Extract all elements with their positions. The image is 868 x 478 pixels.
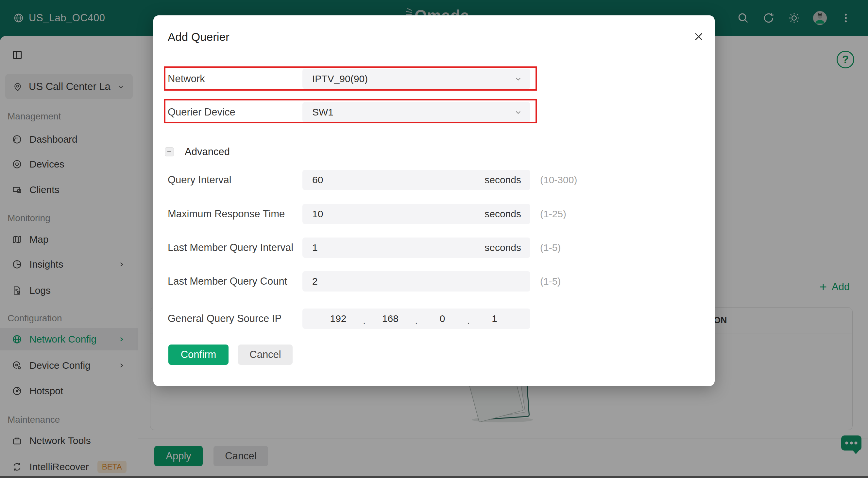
range-hint: (10-300) <box>540 170 577 190</box>
unit-suffix: seconds <box>485 242 521 253</box>
general-query-source-ip-input[interactable]: 192 . 168 . 0 . 1 <box>302 308 530 329</box>
last-member-query-interval-input[interactable]: 1 seconds <box>302 238 530 258</box>
general-query-source-ip-label: General Query Source IP <box>168 308 281 329</box>
collapse-minus-icon[interactable] <box>165 147 174 156</box>
range-hint: (1-5) <box>540 238 561 258</box>
advanced-label: Advanced <box>185 146 230 158</box>
network-select[interactable]: IPTV_90(90) <box>302 69 530 89</box>
network-select-value: IPTV_90(90) <box>312 73 368 84</box>
confirm-button[interactable]: Confirm <box>168 345 228 365</box>
last-member-query-count-input[interactable]: 2 <box>302 271 530 292</box>
chevron-down-icon <box>513 107 523 117</box>
ip-separator: . <box>465 315 472 326</box>
last-member-query-interval-value: 1 <box>312 242 318 253</box>
query-interval-input[interactable]: 60 seconds <box>302 170 530 190</box>
query-interval-label: Query Interval <box>168 170 231 190</box>
last-member-query-count-label: Last Member Query Count <box>168 271 287 292</box>
unit-suffix: seconds <box>485 174 521 185</box>
last-member-query-count-value: 2 <box>312 276 318 287</box>
chevron-down-icon <box>513 74 523 84</box>
querier-device-select-value: SW1 <box>312 107 334 118</box>
modal-cancel-button[interactable]: Cancel <box>238 345 292 365</box>
ip-octet-4[interactable]: 1 <box>472 313 517 324</box>
max-response-time-input[interactable]: 10 seconds <box>302 204 530 224</box>
range-hint: (1-25) <box>540 204 566 224</box>
add-querier-modal: Add Querier Network IPTV_90(90) Querier … <box>153 16 715 386</box>
query-interval-value: 60 <box>312 174 323 185</box>
ip-octet-3[interactable]: 0 <box>420 313 465 324</box>
range-hint: (1-5) <box>540 271 561 292</box>
network-label: Network <box>168 69 205 89</box>
modal-title: Add Querier <box>168 30 229 43</box>
ip-separator: . <box>413 315 420 326</box>
querier-device-label: Querier Device <box>168 102 236 122</box>
unit-suffix: seconds <box>485 208 521 219</box>
max-response-time-value: 10 <box>312 208 323 219</box>
querier-device-select[interactable]: SW1 <box>302 102 530 122</box>
advanced-toggle-row: Advanced <box>165 146 230 158</box>
ip-separator: . <box>361 315 368 326</box>
max-response-time-label: Maximum Response Time <box>168 204 285 224</box>
ip-octet-2[interactable]: 168 <box>368 313 413 324</box>
last-member-query-interval-label: Last Member Query Interval <box>168 238 293 258</box>
ip-octet-1[interactable]: 192 <box>315 313 361 324</box>
close-icon[interactable] <box>692 30 706 43</box>
